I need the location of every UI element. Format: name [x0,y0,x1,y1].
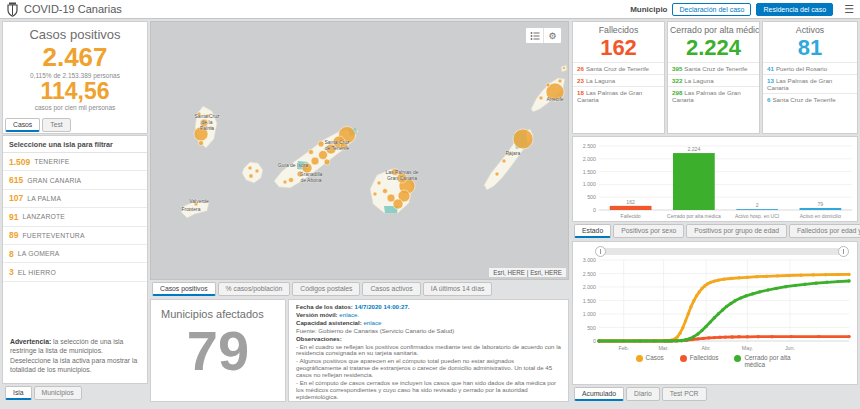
stat-row[interactable]: 298Las Palmas de Gran Canaria [668,86,759,105]
svg-text:Frontera: Frontera [182,206,201,212]
isla-row-gran-canaria[interactable]: 615 GRAN CANARIA [3,171,147,189]
observaciones-label: Observaciones: [296,335,342,342]
legend-cerrado[interactable]: Cerrado por alta médica [734,354,796,368]
svg-text:Mar.: Mar. [658,345,668,351]
casos-positivos-title: Casos positivos [3,27,147,42]
tab-diario[interactable]: Diario [626,387,660,401]
tab-casos[interactable]: Casos [5,118,40,132]
residencia-caso-button[interactable]: Residencia del caso [756,3,833,16]
tab-municipios[interactable]: Municipios [34,386,82,400]
svg-text:de Abona: de Abona [300,177,321,183]
isla-count: 91 [9,212,18,222]
stat-row[interactable]: 395Santa Cruz de Tenerife [668,62,759,74]
observacion-bullet: - En el cuadro se reflejan los positivos… [296,344,561,358]
card-value: 2.224 [668,35,759,60]
tab-acumulado[interactable]: Acumulado [574,387,624,401]
declaracion-caso-button[interactable]: Declaración del caso [672,3,751,16]
islas-header: Seleccione una isla para filtrar [3,136,147,153]
tab-ia-14-dias[interactable]: IA últimos 14 días [423,282,493,296]
casos-dot [636,355,643,362]
tab-positivos-sexo[interactable]: Positivos por sexo [613,224,684,238]
tab-casos-activos[interactable]: Casos activos [362,282,420,296]
isla-row-lanzarote[interactable]: 91 LANZAROTE [3,208,147,226]
tab-estado[interactable]: Estado [574,224,611,238]
municipio-label: Municipio [630,5,667,14]
cerrado-alta-card: Cerrado por alta médica 2.224 395Santa C… [667,21,760,134]
svg-text:Jun.: Jun. [785,345,795,351]
municipios-count: 79 [151,320,285,382]
svg-text:Activo hosp. en UCI: Activo hosp. en UCI [735,213,779,219]
svg-text:Cerrado por alta médica: Cerrado por alta médica [667,213,721,219]
estado-bar-chart[interactable]: 05001.0001.5002.0002.500162Fallecido2.22… [573,137,857,221]
isla-name: FUERTEVENTURA [22,232,84,239]
casos-rate-caption: casos por cien mil personas [3,104,147,111]
legend-fallecidos[interactable]: Fallecidos [680,354,719,368]
capacidad-link[interactable]: enlace [363,319,381,326]
isla-name: LA GOMERA [18,250,60,257]
tab-test[interactable]: Test [42,118,70,132]
svg-text:2.500: 2.500 [583,271,596,277]
slider-handle-right[interactable] [838,246,849,257]
settings-icon[interactable]: ⚙ [543,28,561,43]
legend-icon[interactable] [526,28,543,43]
stat-row[interactable]: 6Santa Cruz de Tenerife [763,93,857,105]
stat-row[interactable]: 26Santa Cruz de Tenerife [573,62,664,74]
isla-name: TENERIFE [34,158,69,165]
version-link[interactable]: enlace. [339,311,359,318]
svg-text:0: 0 [593,338,596,344]
svg-text:Valverde: Valverde [189,198,209,204]
tab-positivos-edad[interactable]: Positivos por grupo de edad [686,224,787,238]
svg-text:162: 162 [626,199,635,205]
isla-row-la-gomera[interactable]: 8 LA GOMERA [3,245,147,263]
svg-text:500: 500 [587,194,596,200]
isla-row-el-hierro[interactable]: 3 EL HIERRO [3,263,147,281]
stat-row[interactable]: 23La Laguna [573,74,664,86]
svg-text:1.000: 1.000 [583,181,596,187]
map-toolbar: ⚙ [525,27,562,44]
isla-row-la-palma[interactable]: 107 LA PALMA [3,190,147,208]
tab-fallecidos-edad-sexo[interactable]: Fallecidos por edad y sexo [789,224,860,238]
isla-row-fuerteventura[interactable]: 89 FUERTEVENTURA [3,227,147,245]
svg-text:2.000: 2.000 [583,284,596,290]
acumulado-line-chart[interactable]: Feb.Mar.Abr.May.Jun.05001.0001.5002.0002… [573,256,857,353]
stat-row[interactable]: 41Puerto del Rosario [763,62,857,74]
tab-casos-positivos[interactable]: Casos positivos [152,282,216,296]
svg-text:de Tenerife: de Tenerife [325,145,350,151]
advertencia-text: Advertencia: la selección de una isla re… [3,333,147,383]
svg-text:0: 0 [593,207,596,213]
observacion-bullet: - En el cómputo de casos cerrados se inc… [296,380,561,401]
svg-text:Activo en domicilio: Activo en domicilio [800,213,842,219]
tab-test-pcr[interactable]: Test PCR [662,387,707,401]
islas-panel: Seleccione una isla para filtrar 1.509 T… [2,135,148,384]
svg-text:Fallecido: Fallecido [621,213,641,219]
stat-row[interactable]: 18Las Palmas de Gran Canaria [573,86,664,105]
isla-count: 8 [9,249,14,259]
slider-handle-left[interactable] [595,246,606,257]
isla-name: GRAN CANARIA [27,177,81,184]
tab-isla[interactable]: Isla [5,386,32,400]
activos-card: Activos 81 41Puerto del Rosario 13Las Pa… [762,21,858,134]
stat-row[interactable]: 13Las Palmas de Gran Canaria [763,74,857,93]
legend-casos[interactable]: Casos [636,354,664,368]
fecha-label: Fecha de los datos: [296,303,353,310]
time-range-slider[interactable] [597,248,847,255]
island-la-gomera[interactable] [242,162,263,183]
tab-codigos-postales[interactable]: Códigos postales [292,282,360,296]
line-chart-tabs: Acumulado Diario Test PCR [574,387,707,401]
isla-row-tenerife[interactable]: 1.509 TENERIFE [3,153,147,171]
fallecidos-dot [680,355,687,362]
casos-total: 2.467 [3,43,147,71]
map[interactable]: Santa Cruz de la Palma Santa Cruz de Ten… [150,21,569,280]
isla-name: EL HIERRO [18,269,56,276]
isla-name: LANZAROTE [22,213,65,220]
municipios-afectados-panel: Municipios afectados 79 [150,299,286,402]
map-tabs: Casos positivos % casos/población Código… [152,282,492,296]
stat-row[interactable]: 322La Laguna [668,74,759,86]
menu-icon[interactable]: ☰ [844,2,854,16]
version-label: Versión móvil: [296,311,338,318]
map-canvas[interactable]: Santa Cruz de la Palma Santa Cruz de Ten… [151,22,569,280]
cerrado-dot [734,355,741,362]
tab-casos-poblacion[interactable]: % casos/población [218,282,291,296]
capacidad-label: Capacidad asistencial: [296,319,362,326]
svg-text:Palma: Palma [200,125,214,131]
